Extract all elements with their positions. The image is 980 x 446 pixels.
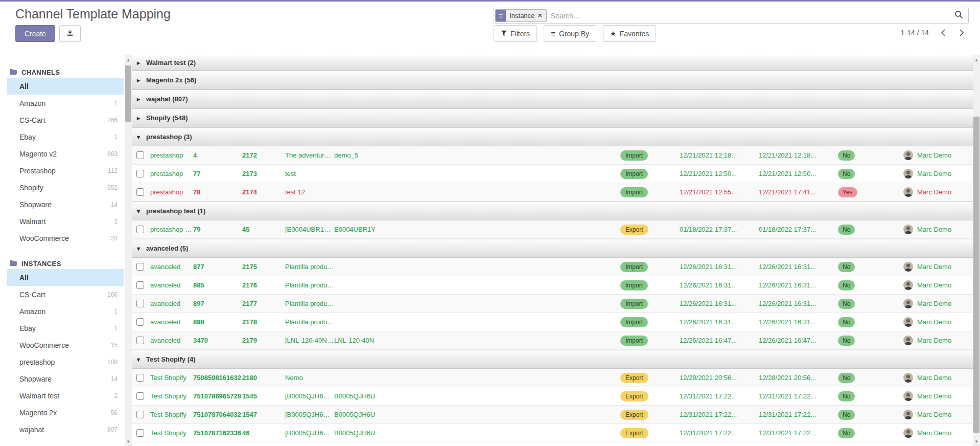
sidebar-item[interactable]: Walmart 2: [7, 213, 124, 230]
table-scrollbar-thumb[interactable]: [973, 117, 979, 433]
group-toggle-icon[interactable]: ▸: [137, 96, 144, 103]
group-toggle-icon[interactable]: ▸: [137, 77, 144, 84]
cell-store-id[interactable]: 885: [193, 281, 242, 289]
cell-ref[interactable]: B0005QJH6U: [334, 411, 411, 418]
cell-template-id[interactable]: 2173: [242, 170, 285, 177]
cell-instance[interactable]: prestashop: [150, 151, 193, 159]
group-by-button[interactable]: ≡ Group By: [544, 25, 596, 42]
row-checkbox[interactable]: [136, 374, 144, 382]
row-checkbox[interactable]: [136, 281, 144, 289]
cell-name[interactable]: Plantilla producto...: [285, 300, 334, 307]
cell-template-id[interactable]: 1545: [242, 392, 285, 400]
cell-store-id[interactable]: 7508598161632: [193, 374, 242, 382]
facet-remove-icon[interactable]: ✕: [537, 10, 546, 21]
cell-instance[interactable]: Test Shopify: [150, 429, 193, 437]
cell-instance[interactable]: avanceled: [150, 337, 193, 344]
sidebar-item[interactable]: prestashop 108: [7, 353, 124, 370]
group-header[interactable]: ▸ Walmart test (2): [132, 55, 973, 71]
row-checkbox[interactable]: [136, 300, 144, 307]
cell-name[interactable]: [B0005QJH6U] 4...: [285, 411, 334, 418]
sidebar-item[interactable]: Prestashop 112: [7, 162, 124, 179]
cell-store-id[interactable]: 897: [193, 300, 242, 307]
cell-name[interactable]: [B0005QJH6U] 4...: [285, 429, 334, 437]
scroll-down-icon[interactable]: ▼: [125, 438, 132, 445]
cell-instance[interactable]: prestashop: [150, 188, 193, 196]
create-button[interactable]: Create: [15, 25, 55, 42]
sidebar-item[interactable]: Ebay 1: [7, 320, 124, 337]
row-checkbox[interactable]: [136, 170, 144, 177]
search-icon[interactable]: [954, 10, 963, 21]
sidebar-item[interactable]: Magento 2x 56: [7, 404, 124, 421]
table-row[interactable]: Test Shopify 7508598161632 2180 Nemo Exp…: [132, 369, 973, 387]
group-header[interactable]: ▸ Shopify (548): [132, 108, 973, 127]
cell-store-id[interactable]: 898: [193, 318, 242, 326]
table-row[interactable]: Test Shopify 7510787064032 1547 [B0005QJ…: [132, 406, 973, 424]
cell-name[interactable]: [LNL-120-40N] L...: [285, 337, 334, 344]
sidebar-item[interactable]: Ebay 1: [7, 128, 124, 145]
row-checkbox[interactable]: [136, 411, 144, 418]
table-row[interactable]: Test Shopify 7510787162336 46 [B0005QJH6…: [132, 424, 973, 442]
cell-store-id[interactable]: 877: [193, 263, 242, 271]
cell-instance[interactable]: prestashop test: [150, 226, 193, 233]
sidebar-item[interactable]: WooCommerce 15: [7, 337, 124, 353]
cell-template-id[interactable]: 2180: [242, 374, 285, 382]
cell-template-id[interactable]: 2177: [242, 300, 285, 307]
group-toggle-icon[interactable]: ▾: [137, 133, 144, 141]
chevron-left-icon[interactable]: [940, 29, 946, 37]
cell-name[interactable]: test: [285, 170, 334, 177]
cell-store-id[interactable]: 78: [193, 188, 242, 196]
cell-template-id[interactable]: 2178: [242, 318, 285, 326]
table-row[interactable]: avanceled 3470 2179 [LNL-120-40N] L... L…: [132, 331, 973, 350]
cell-name[interactable]: Plantilla producto...: [285, 281, 334, 289]
table-row[interactable]: avanceled 885 2176 Plantilla producto...…: [132, 276, 973, 295]
cell-template-id[interactable]: 1547: [242, 411, 285, 418]
search-input[interactable]: [547, 12, 954, 20]
sidebar-item[interactable]: Shopware 14: [7, 370, 124, 387]
sidebar-item[interactable]: Amazon 1: [7, 95, 124, 112]
cell-instance[interactable]: Test Shopify: [150, 411, 193, 418]
group-toggle-icon[interactable]: ▸: [137, 59, 144, 66]
sidebar-item[interactable]: CS-Cart 266: [7, 286, 124, 303]
table-row[interactable]: Test Shopify 7510786965728 1545 [B0005QJ…: [132, 387, 973, 406]
cell-name[interactable]: Nemo: [285, 374, 334, 382]
group-header[interactable]: ▸ Magento 2x (56): [132, 71, 973, 90]
row-checkbox[interactable]: [136, 318, 144, 326]
sidebar-item[interactable]: All: [7, 78, 124, 95]
cell-name[interactable]: test 12: [285, 188, 334, 196]
sidebar-item[interactable]: Magento v2 863: [7, 145, 124, 162]
cell-instance[interactable]: Test Shopify: [150, 392, 193, 400]
cell-store-id[interactable]: 7510787162336: [193, 429, 242, 437]
cell-template-id[interactable]: 2174: [242, 188, 285, 196]
row-checkbox[interactable]: [136, 151, 144, 159]
table-row[interactable]: prestashop 4 2172 The adventure be... de…: [132, 146, 973, 165]
sidebar-item[interactable]: All: [7, 269, 124, 286]
sidebar-item[interactable]: WooCommerce 20: [7, 230, 124, 247]
cell-ref[interactable]: E0004UBR1Y: [334, 226, 411, 233]
group-header[interactable]: ▾ avanceled (5): [132, 239, 973, 258]
table-row[interactable]: avanceled 898 2178 Plantilla producto...…: [132, 313, 973, 331]
table-row[interactable]: prestashop 78 2174 test 12 Import 12/21/…: [132, 183, 973, 202]
table-row[interactable]: avanceled 897 2177 Plantilla producto...…: [132, 295, 973, 313]
cell-instance[interactable]: avanceled: [150, 318, 193, 326]
group-toggle-icon[interactable]: ▸: [137, 115, 144, 122]
sidebar-scrollbar-thumb[interactable]: [125, 65, 131, 122]
cell-template-id[interactable]: 45: [242, 226, 285, 233]
search-bar[interactable]: ≡ Instance ✕: [494, 8, 969, 24]
cell-ref[interactable]: B0005QJH6U: [334, 392, 411, 400]
scroll-up-icon[interactable]: ▲: [973, 56, 980, 63]
group-header[interactable]: ▾ prestashop test (1): [132, 202, 973, 220]
cell-template-id[interactable]: 2175: [242, 263, 285, 271]
cell-instance[interactable]: avanceled: [150, 300, 193, 307]
cell-store-id[interactable]: 77: [193, 170, 242, 177]
filters-button[interactable]: Filters: [494, 25, 537, 42]
cell-name[interactable]: Plantilla producto...: [285, 318, 334, 326]
sidebar-item[interactable]: Shopify 552: [7, 179, 124, 196]
table-row[interactable]: prestashop test 79 45 [E0004UBR1Y] 4... …: [132, 220, 973, 239]
group-toggle-icon[interactable]: ▾: [137, 208, 144, 215]
cell-store-id[interactable]: 3470: [193, 337, 242, 344]
cell-name[interactable]: [B0005QJH6U] 4...: [285, 392, 334, 400]
cell-store-id[interactable]: 7510786965728: [193, 392, 242, 400]
group-toggle-icon[interactable]: ▾: [137, 245, 144, 252]
table-scrollbar[interactable]: ▲ ▼: [973, 55, 980, 446]
cell-store-id[interactable]: 4: [193, 151, 242, 159]
